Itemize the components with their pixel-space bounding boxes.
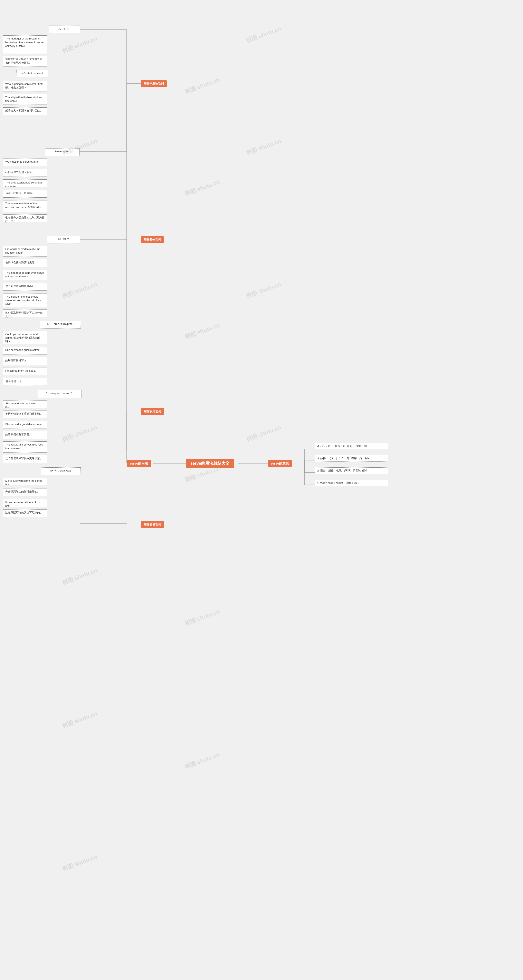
watermark-6: 树图 shutu.cn	[245, 137, 282, 157]
cn-12: 她用咖啡招待客人。	[3, 357, 47, 365]
en-16: This restaurant serves nice food to cust…	[3, 441, 47, 453]
watermark-9: 树图 shutu.cn	[245, 280, 282, 300]
en-10: This polythene sheet should serve to kee…	[3, 294, 47, 307]
cn-1: 饭馆的经理训练过那位女服务员如何正确地招待顾客。	[3, 56, 47, 67]
cn-8: 他的话会使局势变得更好。	[3, 259, 47, 267]
cn-13: 他为他们上汤。	[3, 378, 47, 386]
en-13: He served them the soup.	[3, 368, 47, 375]
watermark-2: 树图 shutu.cn	[184, 76, 221, 95]
en-18: It can be served either cold or hot.	[3, 499, 47, 507]
watermark-15: 树图 shutu.cn	[61, 710, 98, 730]
cn-15: 她给我们准备了美餐。	[3, 431, 47, 439]
section-jiwu: 用作及物动词	[141, 236, 164, 243]
en-11: Could you serve us tea and coffee?你能供给我们…	[3, 331, 47, 344]
watermark-1: 树图 shutu.cn	[61, 35, 98, 55]
pattern-5: S+~+n./pron.+topron./n.	[38, 390, 82, 398]
section-binbu: 用作宾补动词	[141, 521, 164, 528]
meaning-1: vt.& vi.（为...）服务；任（职）；提供；端上	[315, 443, 388, 449]
pattern-3: S+~+to-v	[47, 235, 80, 243]
cn-14: 她给他们端上了啤酒和葡萄酒。	[3, 410, 47, 418]
en-12: She serves the guests coffee.	[3, 347, 47, 355]
meaning-3: vi. 适合；服役；供职；[网球、羽毛球]发球	[315, 468, 388, 474]
watermark-14: 树图 shutu.cn	[184, 608, 221, 627]
meaning-2: vt. 招待，（为...）工作；对...有用；向...供应	[315, 455, 388, 462]
cn-17: 务必保到端上的咖啡是热的。	[3, 488, 47, 496]
cn-9: 这个坏屋顶连防雨都不行。	[3, 283, 47, 291]
cn-10: 这种聚乙烯塑料应该可以挡一会儿雨。	[3, 310, 47, 317]
en-5: We must try to serve others.	[3, 159, 47, 166]
cn-16: 这个餐馆给顾客供应美味饭菜。	[3, 455, 47, 463]
en-6: The shop assistant is serving a customer…	[3, 180, 47, 187]
en-9: This bad roof doesn't even serve to keep…	[3, 270, 47, 280]
left-branch-node: serve的用法	[127, 460, 151, 468]
cn-6: 店员正在接待一位顾客。	[3, 190, 47, 197]
en-8: His words served to make the situation b…	[3, 246, 47, 256]
en-1: The manager of the restaurant has traine…	[3, 35, 47, 54]
watermark-5: 树图 shutu.cn	[184, 178, 221, 198]
right-branch-node: serve的意思	[268, 460, 292, 468]
cn-7: 七名医务人员负责500户人家的医疗工作。	[3, 214, 47, 222]
watermark-12: 树图 shutu.cn	[245, 423, 282, 443]
pattern-4: S+~+pron./n.+n./pron.	[40, 321, 81, 329]
mind-map-canvas: 树图 shutu.cn 树图 shutu.cn 树图 shutu.cn 树图 s…	[0, 0, 523, 980]
watermark-10: 树图 shutu.cn	[61, 423, 98, 443]
pattern-1: S+~(+A)	[49, 25, 80, 33]
en-3: Who is going to serve?我们开饭吧。谁来上菜呢？	[3, 81, 47, 91]
en-17: Make sure you serve the coffee hot.	[3, 477, 47, 485]
cn-5: 我们应尽力为他人服务。	[3, 169, 47, 177]
pattern-6: S+~+n./pron.+adj.	[41, 468, 81, 475]
watermark-8: 树图 shutu.cn	[184, 321, 221, 341]
watermark-3: 树图 shutu.cn	[245, 25, 282, 45]
center-node: serve的用法总结大全	[186, 458, 234, 468]
en-7: The seven members of the medical staff s…	[3, 200, 47, 212]
cn-18: 这道菜既可吃热的也可吃凉的。	[3, 509, 47, 517]
watermark-7: 树图 shutu.cn	[61, 280, 98, 300]
cn-4: 船将在风向和潮水有利时启航。	[3, 107, 47, 115]
en-15: She served a good dinner to us.	[3, 421, 47, 429]
en-14: She served beer and wine to them.	[3, 400, 47, 408]
en-4: The ship will sail when wind and tide se…	[3, 94, 47, 105]
watermark-16: 树图 shutu.cn	[184, 751, 221, 770]
watermark-13: 树图 shutu.cn	[61, 566, 98, 587]
pattern-2: S+~+n./pron.	[45, 148, 80, 156]
watermark-17: 树图 shutu.cn	[61, 853, 98, 873]
meaning-4: n. 网球等发球；发球权；所服的球；	[315, 480, 388, 486]
en-2: Let's start the meal.	[16, 70, 48, 77]
section-shuangbin: 用作双宾动词	[141, 408, 164, 415]
section-buji: 用作不及物动词	[141, 80, 167, 87]
